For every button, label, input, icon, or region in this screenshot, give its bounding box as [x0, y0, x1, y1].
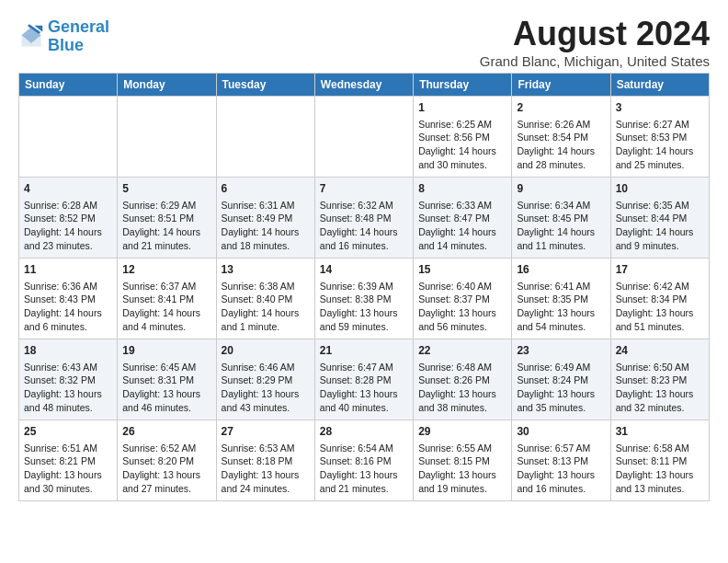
- title-section: August 2024 Grand Blanc, Michigan, Unite…: [480, 15, 710, 69]
- day-number: 1: [418, 100, 506, 116]
- day-content: Sunrise: 6:57 AMSunset: 8:13 PMDaylight:…: [517, 442, 605, 496]
- calendar-header-row: SundayMondayTuesdayWednesdayThursdayFrid…: [19, 74, 710, 97]
- day-content: Sunrise: 6:26 AMSunset: 8:54 PMDaylight:…: [517, 118, 605, 172]
- header-tuesday: Tuesday: [216, 74, 314, 97]
- header-saturday: Saturday: [610, 74, 709, 97]
- calendar-cell: 19Sunrise: 6:45 AMSunset: 8:31 PMDayligh…: [118, 339, 216, 420]
- day-content: Sunrise: 6:38 AMSunset: 8:40 PMDaylight:…: [222, 280, 310, 334]
- day-number: 2: [517, 100, 605, 116]
- header-sunday: Sunday: [19, 74, 118, 97]
- calendar-cell: 10Sunrise: 6:35 AMSunset: 8:44 PMDayligh…: [610, 178, 709, 259]
- day-content: Sunrise: 6:51 AMSunset: 8:21 PMDaylight:…: [24, 442, 112, 496]
- logo: General Blue: [18, 18, 109, 55]
- day-number: 27: [222, 424, 310, 440]
- calendar-cell: 30Sunrise: 6:57 AMSunset: 8:13 PMDayligh…: [512, 420, 610, 501]
- day-number: 21: [320, 343, 408, 359]
- calendar-table: SundayMondayTuesdayWednesdayThursdayFrid…: [18, 73, 710, 501]
- day-number: 6: [222, 181, 310, 197]
- calendar-cell: 5Sunrise: 6:29 AMSunset: 8:51 PMDaylight…: [118, 178, 216, 259]
- calendar-cell: 2Sunrise: 6:26 AMSunset: 8:54 PMDaylight…: [512, 97, 610, 178]
- calendar-cell: [118, 97, 216, 178]
- day-number: 13: [222, 262, 310, 278]
- day-content: Sunrise: 6:46 AMSunset: 8:29 PMDaylight:…: [222, 361, 310, 415]
- calendar-cell: 22Sunrise: 6:48 AMSunset: 8:26 PMDayligh…: [414, 339, 512, 420]
- day-content: Sunrise: 6:28 AMSunset: 8:52 PMDaylight:…: [24, 199, 112, 253]
- calendar-cell: [314, 97, 413, 178]
- calendar-cell: 26Sunrise: 6:52 AMSunset: 8:20 PMDayligh…: [118, 420, 216, 501]
- day-number: 4: [24, 181, 112, 197]
- day-content: Sunrise: 6:36 AMSunset: 8:43 PMDaylight:…: [24, 280, 112, 334]
- calendar-cell: [216, 97, 314, 178]
- calendar-cell: 4Sunrise: 6:28 AMSunset: 8:52 PMDaylight…: [19, 178, 118, 259]
- day-content: Sunrise: 6:25 AMSunset: 8:56 PMDaylight:…: [418, 118, 506, 172]
- calendar-cell: 14Sunrise: 6:39 AMSunset: 8:38 PMDayligh…: [314, 259, 413, 339]
- calendar-cell: 1Sunrise: 6:25 AMSunset: 8:56 PMDaylight…: [414, 97, 512, 178]
- day-number: 12: [122, 262, 210, 278]
- day-number: 10: [616, 181, 704, 197]
- day-number: 29: [418, 424, 506, 440]
- day-content: Sunrise: 6:54 AMSunset: 8:16 PMDaylight:…: [320, 442, 408, 496]
- day-content: Sunrise: 6:42 AMSunset: 8:34 PMDaylight:…: [616, 280, 704, 334]
- day-number: 8: [418, 181, 506, 197]
- day-number: 3: [616, 100, 704, 116]
- day-content: Sunrise: 6:53 AMSunset: 8:18 PMDaylight:…: [222, 442, 310, 496]
- day-content: Sunrise: 6:39 AMSunset: 8:38 PMDaylight:…: [320, 280, 408, 334]
- calendar-week-row: 11Sunrise: 6:36 AMSunset: 8:43 PMDayligh…: [19, 259, 710, 339]
- calendar-cell: 13Sunrise: 6:38 AMSunset: 8:40 PMDayligh…: [216, 259, 314, 339]
- day-number: 26: [122, 424, 210, 440]
- calendar-cell: [19, 97, 118, 178]
- calendar-cell: 7Sunrise: 6:32 AMSunset: 8:48 PMDaylight…: [314, 178, 413, 259]
- calendar-cell: 16Sunrise: 6:41 AMSunset: 8:35 PMDayligh…: [512, 259, 610, 339]
- logo-text: General Blue: [48, 18, 109, 55]
- day-content: Sunrise: 6:35 AMSunset: 8:44 PMDaylight:…: [616, 199, 704, 253]
- calendar-week-row: 1Sunrise: 6:25 AMSunset: 8:56 PMDaylight…: [19, 97, 710, 178]
- day-content: Sunrise: 6:29 AMSunset: 8:51 PMDaylight:…: [122, 199, 210, 253]
- day-number: 25: [24, 424, 112, 440]
- day-number: 19: [122, 343, 210, 359]
- day-content: Sunrise: 6:37 AMSunset: 8:41 PMDaylight:…: [122, 280, 210, 334]
- day-content: Sunrise: 6:32 AMSunset: 8:48 PMDaylight:…: [320, 199, 408, 253]
- subtitle: Grand Blanc, Michigan, United States: [480, 53, 710, 69]
- day-content: Sunrise: 6:43 AMSunset: 8:32 PMDaylight:…: [24, 361, 112, 415]
- calendar-week-row: 4Sunrise: 6:28 AMSunset: 8:52 PMDaylight…: [19, 178, 710, 259]
- day-number: 20: [222, 343, 310, 359]
- calendar-cell: 11Sunrise: 6:36 AMSunset: 8:43 PMDayligh…: [19, 259, 118, 339]
- day-number: 5: [122, 181, 210, 197]
- day-number: 9: [517, 181, 605, 197]
- calendar-week-row: 18Sunrise: 6:43 AMSunset: 8:32 PMDayligh…: [19, 339, 710, 420]
- day-content: Sunrise: 6:45 AMSunset: 8:31 PMDaylight:…: [122, 361, 210, 415]
- day-content: Sunrise: 6:41 AMSunset: 8:35 PMDaylight:…: [517, 280, 605, 334]
- day-content: Sunrise: 6:31 AMSunset: 8:49 PMDaylight:…: [222, 199, 310, 253]
- day-number: 28: [320, 424, 408, 440]
- calendar-cell: 9Sunrise: 6:34 AMSunset: 8:45 PMDaylight…: [512, 178, 610, 259]
- day-content: Sunrise: 6:52 AMSunset: 8:20 PMDaylight:…: [122, 442, 210, 496]
- day-content: Sunrise: 6:48 AMSunset: 8:26 PMDaylight:…: [418, 361, 506, 415]
- day-content: Sunrise: 6:58 AMSunset: 8:11 PMDaylight:…: [616, 442, 704, 496]
- header-thursday: Thursday: [414, 74, 512, 97]
- day-content: Sunrise: 6:34 AMSunset: 8:45 PMDaylight:…: [517, 199, 605, 253]
- header-monday: Monday: [118, 74, 216, 97]
- day-content: Sunrise: 6:27 AMSunset: 8:53 PMDaylight:…: [616, 118, 704, 172]
- calendar-cell: 24Sunrise: 6:50 AMSunset: 8:23 PMDayligh…: [610, 339, 709, 420]
- calendar-cell: 17Sunrise: 6:42 AMSunset: 8:34 PMDayligh…: [610, 259, 709, 339]
- calendar-cell: 23Sunrise: 6:49 AMSunset: 8:24 PMDayligh…: [512, 339, 610, 420]
- day-content: Sunrise: 6:33 AMSunset: 8:47 PMDaylight:…: [418, 199, 506, 253]
- day-number: 18: [24, 343, 112, 359]
- day-number: 30: [517, 424, 605, 440]
- calendar-cell: 27Sunrise: 6:53 AMSunset: 8:18 PMDayligh…: [216, 420, 314, 501]
- day-number: 22: [418, 343, 506, 359]
- header-wednesday: Wednesday: [314, 74, 413, 97]
- calendar-cell: 21Sunrise: 6:47 AMSunset: 8:28 PMDayligh…: [314, 339, 413, 420]
- day-number: 15: [418, 262, 506, 278]
- day-number: 31: [616, 424, 704, 440]
- calendar-cell: 20Sunrise: 6:46 AMSunset: 8:29 PMDayligh…: [216, 339, 314, 420]
- calendar-cell: 15Sunrise: 6:40 AMSunset: 8:37 PMDayligh…: [414, 259, 512, 339]
- calendar-cell: 31Sunrise: 6:58 AMSunset: 8:11 PMDayligh…: [610, 420, 709, 501]
- header-friday: Friday: [512, 74, 610, 97]
- day-content: Sunrise: 6:49 AMSunset: 8:24 PMDaylight:…: [517, 361, 605, 415]
- calendar-cell: 12Sunrise: 6:37 AMSunset: 8:41 PMDayligh…: [118, 259, 216, 339]
- day-number: 16: [517, 262, 605, 278]
- calendar-cell: 29Sunrise: 6:55 AMSunset: 8:15 PMDayligh…: [414, 420, 512, 501]
- day-number: 23: [517, 343, 605, 359]
- calendar-week-row: 25Sunrise: 6:51 AMSunset: 8:21 PMDayligh…: [19, 420, 710, 501]
